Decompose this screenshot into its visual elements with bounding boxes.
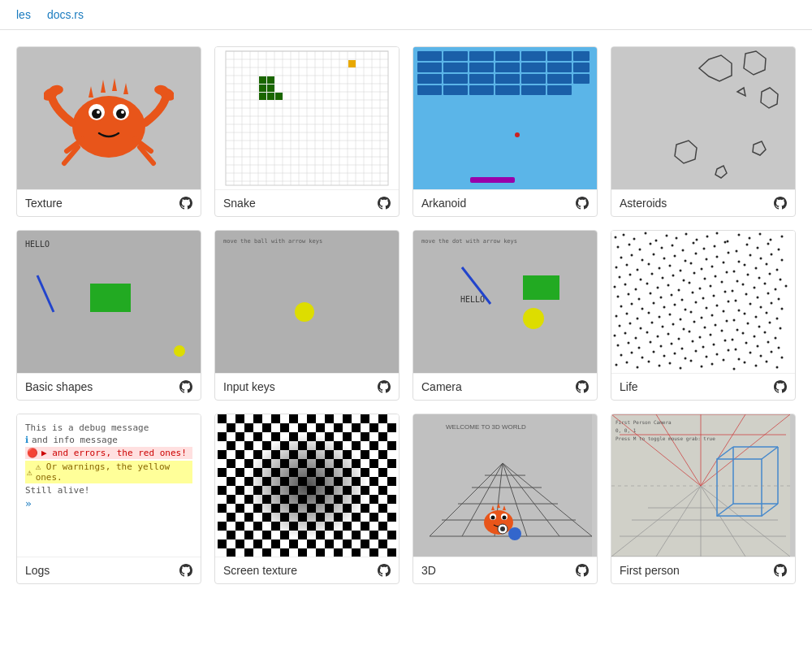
svg-point-237 (716, 305, 719, 307)
svg-point-332 (701, 366, 703, 368)
svg-point-140 (714, 245, 716, 248)
svg-point-264 (662, 326, 664, 328)
card-input-keys[interactable]: move the ball with arrow keys Input keys (214, 230, 400, 401)
svg-point-272 (747, 323, 749, 325)
github-icon-snake[interactable] (378, 197, 391, 210)
card-footer-input-keys: Input keys (215, 373, 399, 400)
github-icon-logs[interactable] (179, 564, 192, 577)
svg-point-153 (685, 260, 687, 262)
svg-point-277 (624, 332, 627, 335)
card-basic-shapes[interactable]: HELLO Basic shapes (16, 230, 201, 401)
svg-point-222 (724, 291, 727, 293)
svg-point-330 (680, 367, 682, 370)
svg-rect-58 (267, 93, 274, 100)
svg-rect-76 (443, 74, 468, 84)
svg-point-248 (659, 316, 661, 318)
svg-point-0 (72, 96, 145, 158)
svg-point-204 (710, 285, 712, 288)
card-camera[interactable]: move the dot with arrow keys HELLO Camer… (412, 230, 598, 401)
github-icon-asteroids[interactable] (774, 197, 787, 210)
svg-point-241 (760, 306, 762, 309)
svg-point-114 (615, 236, 617, 239)
svg-text:HELLO: HELLO (25, 240, 50, 249)
nav-link-les[interactable]: les (16, 8, 31, 21)
svg-point-131 (617, 246, 620, 249)
svg-point-209 (764, 283, 767, 285)
card-first-person[interactable]: First Person Camera 0, 0, 1 Press M to t… (611, 414, 796, 584)
svg-rect-71 (495, 63, 520, 72)
svg-point-124 (716, 232, 719, 235)
svg-point-240 (749, 303, 752, 306)
svg-point-154 (695, 253, 698, 255)
card-label-3d: 3D (421, 564, 436, 577)
svg-point-173 (723, 262, 725, 264)
svg-point-158 (738, 261, 741, 263)
svg-point-262 (640, 327, 642, 330)
svg-point-314 (685, 358, 687, 360)
svg-point-169 (680, 270, 682, 272)
svg-point-171 (701, 268, 703, 271)
card-screen-texture[interactable]: Screen texture (214, 414, 400, 584)
svg-point-183 (662, 277, 664, 280)
svg-point-198 (646, 283, 649, 285)
svg-rect-69 (443, 63, 468, 72)
svg-rect-64 (495, 51, 520, 61)
svg-rect-77 (469, 74, 494, 84)
card-asteroids[interactable]: Asteroids (611, 46, 796, 217)
svg-point-278 (635, 337, 637, 340)
svg-rect-91 (611, 47, 790, 189)
svg-point-194 (780, 279, 782, 281)
svg-point-293 (628, 342, 630, 344)
svg-point-175 (744, 264, 746, 266)
svg-point-253 (711, 314, 714, 317)
card-label-basic-shapes: Basic shapes (25, 380, 93, 393)
svg-point-179 (619, 276, 621, 279)
card-logs[interactable]: This is a debug message ℹ and info messa… (16, 414, 201, 584)
svg-point-212 (617, 296, 620, 298)
svg-point-193 (769, 273, 771, 275)
github-icon-screen-texture[interactable] (378, 564, 391, 577)
thumb-screen-texture (215, 414, 399, 557)
svg-point-229 (631, 303, 633, 306)
logs-line-4: ⚠ ⚠ Or warnings, the yellow ones. (25, 461, 192, 483)
github-icon-basic-shapes[interactable] (179, 380, 192, 393)
github-icon-3d[interactable] (576, 564, 589, 577)
card-label-first-person: First person (620, 564, 680, 577)
svg-point-123 (706, 236, 709, 238)
svg-point-365 (508, 527, 521, 540)
svg-point-190 (736, 280, 739, 283)
svg-point-207 (742, 284, 745, 286)
card-arkanoid[interactable]: Arkanoid (412, 46, 598, 217)
svg-point-202 (689, 282, 691, 284)
svg-point-167 (659, 267, 661, 270)
svg-text:Press M to toggle mouse grab: : Press M to toggle mouse grab: true (615, 436, 715, 442)
svg-point-174 (733, 271, 736, 273)
svg-point-338 (766, 361, 768, 363)
github-icon-first-person[interactable] (774, 564, 787, 577)
svg-point-239 (738, 310, 741, 312)
card-footer-camera: Camera (413, 373, 597, 400)
svg-point-288 (742, 332, 745, 335)
card-3d[interactable]: WELCOME TO 3D WORLD (412, 414, 598, 584)
thumb-camera: move the dot with arrow keys HELLO (413, 231, 597, 373)
github-icon-texture[interactable] (179, 197, 192, 210)
svg-point-325 (626, 362, 628, 364)
card-life[interactable]: Life (611, 230, 796, 401)
svg-point-295 (650, 341, 652, 344)
github-icon-life[interactable] (774, 380, 787, 393)
svg-point-151 (663, 258, 666, 260)
svg-point-336 (744, 362, 746, 364)
github-icon-camera[interactable] (576, 380, 589, 393)
card-snake[interactable]: Snake (214, 46, 400, 217)
nav-link-docs[interactable]: docs.rs (47, 8, 84, 21)
svg-point-236 (706, 307, 708, 310)
thumb-life (611, 231, 795, 373)
card-texture[interactable]: Texture (16, 46, 201, 217)
svg-point-310 (641, 357, 644, 359)
card-label-screen-texture: Screen texture (223, 564, 297, 577)
svg-point-273 (758, 326, 761, 328)
github-icon-arkanoid[interactable] (576, 197, 589, 210)
svg-text:move the dot with arrow keys: move the dot with arrow keys (421, 238, 517, 245)
github-icon-input-keys[interactable] (378, 380, 391, 393)
svg-rect-72 (521, 63, 546, 72)
